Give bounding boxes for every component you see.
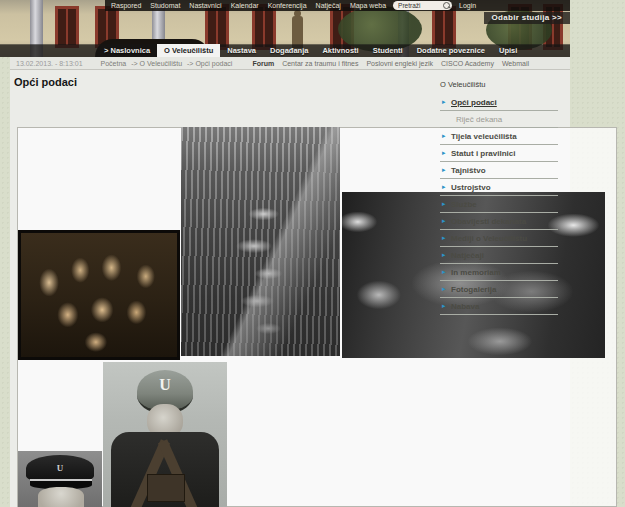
building-window	[55, 6, 79, 48]
quick-link[interactable]: Webmail	[502, 60, 529, 67]
nav-tab[interactable]: Dodatne poveznice	[410, 44, 492, 57]
sidebar-item[interactable]: ▸Nabava	[440, 298, 558, 315]
photo-officer-cap: U	[18, 451, 102, 507]
status-bar: 13.02.2013. - 8:13:01 Početna-> O Veleuč…	[10, 57, 570, 70]
chevron-right-icon: ▸	[442, 285, 446, 293]
soldier-pouch	[147, 474, 185, 502]
sidebar-item[interactable]: ▸Natječaji	[440, 247, 558, 264]
sidebar-item-label: Fotogalerija	[451, 285, 496, 294]
chevron-right-icon: ▸	[442, 166, 446, 174]
chevron-right-icon: ▸	[442, 234, 446, 242]
top-menu-item[interactable]: Konferencija	[268, 2, 307, 9]
officer-cap: U	[26, 455, 94, 481]
sidebar-item[interactable]: ▸Fotogalerija	[440, 281, 558, 298]
odabir-studija-button[interactable]: Odabir studija >>	[484, 12, 570, 24]
datetime: 13.02.2013. - 8:13:01	[16, 60, 83, 67]
photo-mass-grave	[181, 127, 340, 356]
sidebar-item-label: Tijela veleučilišta	[451, 132, 517, 141]
breadcrumb-item[interactable]: -> Opći podaci	[187, 60, 232, 67]
sidebar-item-label: Opći podaci	[451, 98, 497, 107]
sidebar-item[interactable]: ▸Službe	[440, 196, 558, 213]
nav-tab[interactable]: Upisi	[492, 44, 524, 57]
sidebar-item-label: Statut i pravilnici	[451, 149, 515, 158]
page-title: Opći podaci	[14, 76, 77, 88]
chevron-right-icon: ▸	[442, 302, 446, 310]
quick-link[interactable]: Centar za traumu i fitnes	[282, 60, 358, 67]
sidebar: O Veleučilištu ▸Opći podaciRiječ dekana▸…	[440, 80, 558, 315]
sidebar-item-label: Obavijesti dekanata	[451, 217, 526, 226]
quick-link[interactable]: CISCO Academy	[441, 60, 494, 67]
chevron-right-icon: ▸	[442, 200, 446, 208]
search-box	[393, 1, 452, 10]
building-window	[432, 6, 456, 48]
sidebar-item-label: Tajništvo	[451, 166, 486, 175]
sidebar-menu: ▸Opći podaciRiječ dekana▸Tijela veleučil…	[440, 94, 558, 315]
quick-link[interactable]: Forum	[252, 60, 274, 67]
sidebar-item-label: Nabava	[451, 302, 479, 311]
sidebar-item-label: Službe	[451, 200, 477, 209]
top-menu: RasporedStudomatNastavniciKalendarKonfer…	[111, 2, 386, 9]
sidebar-item[interactable]: ▸Opći podaci	[440, 94, 558, 111]
breadcrumb-item[interactable]: -> O Veleučilištu	[131, 60, 182, 67]
helmet-letter: U	[159, 376, 171, 394]
top-menu-item[interactable]: Kalendar	[231, 2, 259, 9]
quick-link[interactable]: Poslovni engleki jezik	[366, 60, 433, 67]
nav-tab[interactable]: Aktivnosti	[315, 44, 365, 57]
nav-tab[interactable]: > Naslovnica	[97, 44, 157, 57]
header-banner: RasporedStudomatNastavniciKalendarKonfer…	[0, 0, 570, 57]
sidebar-item[interactable]: ▸Mediji o Veleučilištu	[440, 230, 558, 247]
sidebar-item-label: Mediji o Veleučilištu	[451, 234, 527, 243]
search-input[interactable]	[398, 2, 440, 9]
nav-tab[interactable]: Studenti	[366, 44, 410, 57]
breadcrumb-item[interactable]: Početna	[101, 60, 127, 67]
top-menu-item[interactable]: Natječaj	[316, 2, 341, 9]
top-menu-item[interactable]: Nastavnici	[189, 2, 221, 9]
quick-links: ForumCentar za traumu i fitnesPoslovni e…	[252, 60, 529, 67]
photo-ustasha-soldier: U	[103, 362, 227, 507]
nav-tab[interactable]: Događanja	[263, 44, 315, 57]
chevron-right-icon: ▸	[442, 149, 446, 157]
chevron-right-icon: ▸	[442, 98, 446, 106]
search-icon[interactable]	[443, 2, 450, 9]
sidebar-item-label: Riječ dekana	[456, 115, 502, 124]
chevron-right-icon: ▸	[442, 268, 446, 276]
top-menu-item[interactable]: Mapa weba	[350, 2, 386, 9]
top-menu-item[interactable]: Studomat	[150, 2, 180, 9]
sidebar-item-label: Ustrojstvo	[451, 183, 491, 192]
nav-tab[interactable]: O Veleučilištu	[157, 44, 220, 57]
main-nav-tabs: > NaslovnicaO VeleučilištuNastavaDogađan…	[0, 44, 570, 57]
sidebar-item-label: In memoriam	[451, 268, 501, 277]
login-link[interactable]: Login	[459, 2, 476, 9]
chevron-right-icon: ▸	[442, 132, 446, 140]
sidebar-item[interactable]: ▸In memoriam	[440, 264, 558, 281]
top-menu-bar: RasporedStudomatNastavniciKalendarKonfer…	[105, 0, 570, 11]
sidebar-item[interactable]: ▸Obavijesti dekanata	[440, 213, 558, 230]
sidebar-item-label: Natječaji	[451, 251, 484, 260]
sidebar-item[interactable]: ▸Ustrojstvo	[440, 179, 558, 196]
photo-group-of-men	[18, 230, 180, 360]
top-menu-item[interactable]: Raspored	[111, 2, 141, 9]
chevron-right-icon: ▸	[442, 251, 446, 259]
officer-face	[38, 487, 84, 507]
breadcrumb: Početna-> O Veleučilištu-> Opći podaci	[101, 60, 233, 67]
sidebar-item[interactable]: ▸Statut i pravilnici	[440, 145, 558, 162]
chevron-right-icon: ▸	[442, 217, 446, 225]
sidebar-item[interactable]: Riječ dekana	[440, 111, 558, 128]
sidebar-item[interactable]: ▸Tajništvo	[440, 162, 558, 179]
nav-tab[interactable]: Nastava	[220, 44, 263, 57]
sidebar-header: O Veleučilištu	[440, 80, 558, 89]
cap-letter: U	[57, 463, 64, 473]
chevron-right-icon: ▸	[442, 183, 446, 191]
sidebar-item[interactable]: ▸Tijela veleučilišta	[440, 128, 558, 145]
